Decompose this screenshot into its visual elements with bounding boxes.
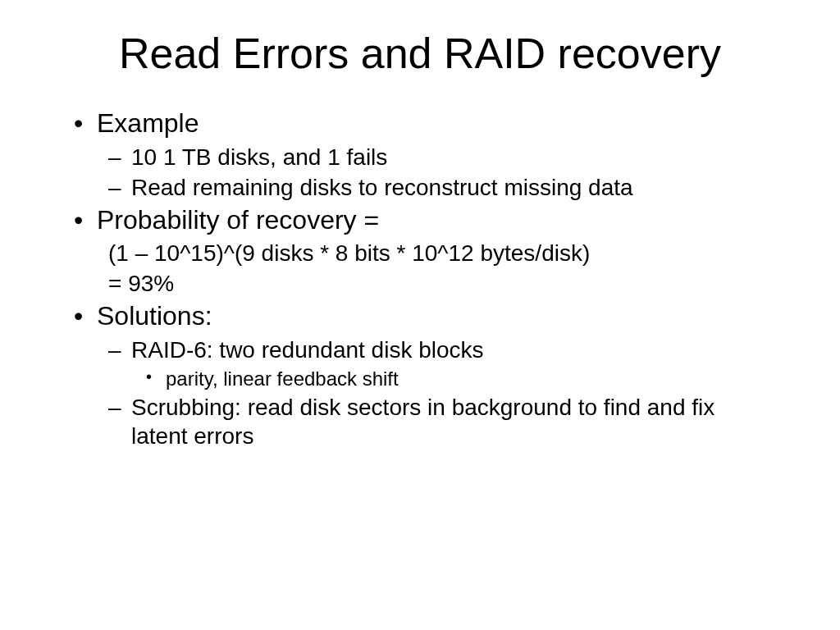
bullet-example: Example (74, 107, 766, 141)
bullet-solutions: Solutions: (74, 299, 766, 334)
bullet-example-sub1: 10 1 TB disks, and 1 fails (74, 143, 766, 171)
bullet-raid6: RAID-6: two redundant disk blocks (74, 336, 766, 364)
slide-title: Read Errors and RAID recovery (74, 29, 766, 78)
bullet-probability: Probability of recovery = (74, 203, 766, 238)
slide: Read Errors and RAID recovery Example 10… (0, 0, 840, 630)
bullet-list: Example 10 1 TB disks, and 1 fails Read … (74, 107, 766, 450)
bullet-probability-result: = 93% (74, 269, 766, 298)
bullet-scrubbing: Scrubbing: read disk sectors in backgrou… (74, 393, 766, 450)
bullet-raid6-detail: parity, linear feedback shift (74, 366, 766, 391)
bullet-probability-formula: (1 – 10^15)^(9 disks * 8 bits * 10^12 by… (74, 239, 766, 267)
bullet-example-sub2: Read remaining disks to reconstruct miss… (74, 173, 766, 202)
